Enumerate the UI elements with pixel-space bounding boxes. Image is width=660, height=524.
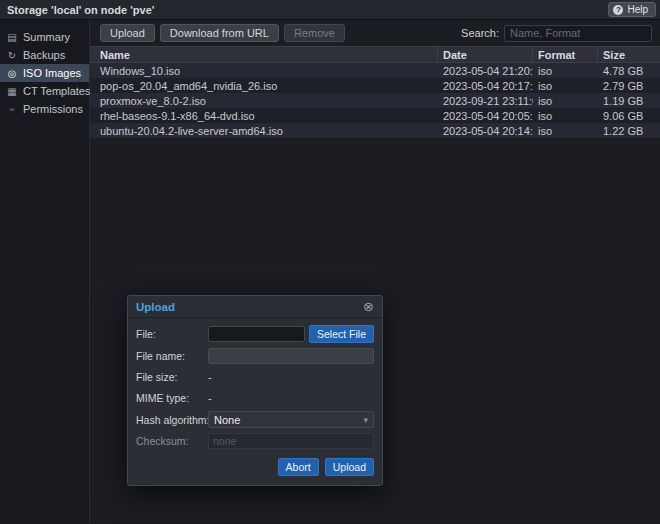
ct-templates-icon: ▦ bbox=[6, 86, 18, 97]
iso-table: Windows_10.iso 2023-05-04 21:20:57 iso 4… bbox=[90, 63, 660, 138]
search-label: Search: bbox=[461, 27, 499, 39]
cell-date: 2023-05-04 21:20:57 bbox=[438, 65, 533, 77]
sidebar-item-label: Summary bbox=[23, 31, 70, 43]
table-row[interactable]: ubuntu-20.04.2-live-server-amd64.iso 202… bbox=[90, 123, 660, 138]
window-header: Storage 'local' on node 'pve' ? Help bbox=[0, 0, 660, 20]
cell-name: Windows_10.iso bbox=[90, 65, 438, 77]
help-icon: ? bbox=[613, 5, 623, 15]
backups-icon: ↻ bbox=[6, 50, 18, 61]
mime-type-label: MIME type: bbox=[136, 392, 208, 404]
file-label: File: bbox=[136, 328, 208, 340]
upload-dialog: Upload ⊗ File: Select File File name: Fi… bbox=[127, 295, 383, 486]
remove-button[interactable]: Remove bbox=[284, 24, 345, 42]
column-header-name[interactable]: Name bbox=[90, 47, 438, 62]
key-icon: ♀ bbox=[6, 104, 18, 115]
table-header: Name Date Format Size bbox=[90, 46, 660, 63]
cell-name: rhel-baseos-9.1-x86_64-dvd.iso bbox=[90, 110, 438, 122]
cell-name: proxmox-ve_8.0-2.iso bbox=[90, 95, 438, 107]
cell-size: 1.19 GB bbox=[598, 95, 660, 107]
sidebar-item-permissions[interactable]: ♀ Permissions bbox=[0, 100, 89, 118]
checksum-label: Checksum: bbox=[136, 435, 208, 447]
file-name-input[interactable] bbox=[208, 348, 374, 364]
checksum-input bbox=[208, 433, 374, 449]
sidebar-item-summary[interactable]: ▤ Summary bbox=[0, 28, 89, 46]
table-row[interactable]: pop-os_20.04_amd64_nvidia_26.iso 2023-05… bbox=[90, 78, 660, 93]
download-from-url-button[interactable]: Download from URL bbox=[160, 24, 279, 42]
sidebar-item-label: Permissions bbox=[23, 103, 83, 115]
cell-size: 2.79 GB bbox=[598, 80, 660, 92]
toolbar: Upload Download from URL Remove Search: bbox=[90, 20, 660, 46]
cell-format: iso bbox=[533, 95, 598, 107]
hash-algorithm-value: None bbox=[214, 414, 240, 426]
file-path-input[interactable] bbox=[208, 326, 305, 342]
upload-dialog-body: File: Select File File name: File size: … bbox=[128, 318, 382, 453]
dialog-title: Upload bbox=[136, 301, 175, 313]
summary-icon: ▤ bbox=[6, 32, 18, 43]
iso-images-icon: ◎ bbox=[6, 68, 18, 79]
help-button[interactable]: ? Help bbox=[608, 2, 656, 17]
sidebar-item-label: ISO Images bbox=[23, 67, 81, 79]
sidebar: ▤ Summary ↻ Backups ◎ ISO Images ▦ CT Te… bbox=[0, 20, 90, 523]
help-label: Help bbox=[627, 4, 648, 15]
cell-format: iso bbox=[533, 125, 598, 137]
cell-size: 9.06 GB bbox=[598, 110, 660, 122]
page-title: Storage 'local' on node 'pve' bbox=[7, 4, 154, 16]
column-header-format[interactable]: Format bbox=[533, 47, 598, 62]
mime-type-value: - bbox=[208, 392, 212, 404]
cell-size: 4.78 GB bbox=[598, 65, 660, 77]
sidebar-item-iso-images[interactable]: ◎ ISO Images bbox=[0, 64, 89, 82]
table-row[interactable]: Windows_10.iso 2023-05-04 21:20:57 iso 4… bbox=[90, 63, 660, 78]
search-input[interactable] bbox=[504, 25, 652, 42]
cell-date: 2023-09-21 23:11:06 bbox=[438, 95, 533, 107]
table-row[interactable]: rhel-baseos-9.1-x86_64-dvd.iso 2023-05-0… bbox=[90, 108, 660, 123]
upload-submit-button[interactable]: Upload bbox=[325, 458, 374, 476]
sidebar-item-label: CT Templates bbox=[23, 85, 90, 97]
upload-button[interactable]: Upload bbox=[100, 24, 155, 42]
sidebar-item-ct-templates[interactable]: ▦ CT Templates bbox=[0, 82, 89, 100]
upload-dialog-footer: Abort Upload bbox=[128, 453, 382, 485]
close-icon[interactable]: ⊗ bbox=[363, 300, 374, 313]
cell-size: 1.22 GB bbox=[598, 125, 660, 137]
hash-algorithm-select[interactable]: None ▾ bbox=[208, 411, 374, 428]
cell-format: iso bbox=[533, 80, 598, 92]
column-header-size[interactable]: Size bbox=[598, 47, 660, 62]
cell-date: 2023-05-04 20:14:09 bbox=[438, 125, 533, 137]
cell-format: iso bbox=[533, 65, 598, 77]
select-file-button[interactable]: Select File bbox=[309, 325, 374, 343]
cell-date: 2023-05-04 20:05:59 bbox=[438, 110, 533, 122]
abort-button[interactable]: Abort bbox=[278, 458, 319, 476]
table-row[interactable]: proxmox-ve_8.0-2.iso 2023-09-21 23:11:06… bbox=[90, 93, 660, 108]
file-name-label: File name: bbox=[136, 350, 208, 362]
cell-date: 2023-05-04 20:17:35 bbox=[438, 80, 533, 92]
chevron-down-icon: ▾ bbox=[363, 415, 368, 425]
cell-name: pop-os_20.04_amd64_nvidia_26.iso bbox=[90, 80, 438, 92]
file-size-value: - bbox=[208, 371, 212, 383]
upload-dialog-header: Upload ⊗ bbox=[128, 296, 382, 318]
file-size-label: File size: bbox=[136, 371, 208, 383]
sidebar-item-label: Backups bbox=[23, 49, 65, 61]
hash-algorithm-label: Hash algorithm: bbox=[136, 414, 208, 426]
sidebar-item-backups[interactable]: ↻ Backups bbox=[0, 46, 89, 64]
cell-format: iso bbox=[533, 110, 598, 122]
cell-name: ubuntu-20.04.2-live-server-amd64.iso bbox=[90, 125, 438, 137]
column-header-date[interactable]: Date bbox=[438, 47, 533, 62]
